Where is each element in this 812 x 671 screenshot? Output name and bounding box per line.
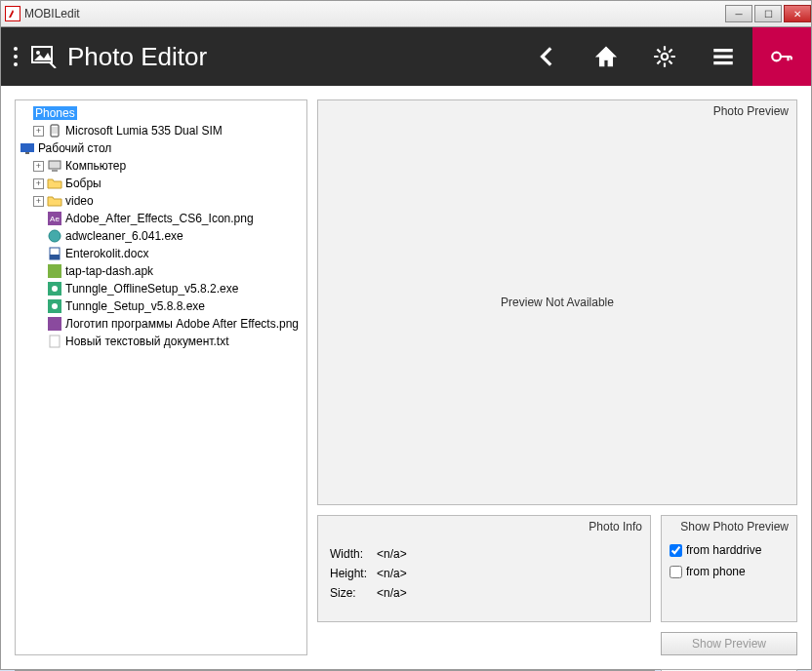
tree-root-desktop[interactable]: Рабочий стол xyxy=(20,139,303,157)
back-button[interactable] xyxy=(518,27,577,86)
tree-item[interactable]: + Компьютер xyxy=(20,157,303,175)
menu-button[interactable] xyxy=(694,27,752,86)
svg-rect-14 xyxy=(50,255,60,259)
show-preview-button[interactable]: Show Preview xyxy=(661,632,797,655)
key-button[interactable] xyxy=(752,27,811,86)
apk-icon xyxy=(47,263,62,279)
folder-icon xyxy=(47,176,62,191)
height-label: Height: xyxy=(330,565,375,582)
svg-rect-5 xyxy=(52,127,58,134)
svg-point-3 xyxy=(772,53,781,61)
title-bar: MOBILedit ─ ☐ ✕ xyxy=(0,0,812,27)
size-label: Size: xyxy=(330,584,375,602)
app-icon xyxy=(5,6,20,21)
photo-info-panel: Photo Info Width:<n/a> Height:<n/a> Size… xyxy=(317,515,651,622)
tree-item[interactable]: + Бобры xyxy=(20,175,303,192)
photo-preview-panel: Photo Preview Preview Not Available xyxy=(317,99,797,505)
preview-title: Photo Preview xyxy=(713,104,789,118)
svg-rect-8 xyxy=(49,161,61,169)
from-phone-checkbox[interactable]: from phone xyxy=(670,565,789,578)
svg-rect-15 xyxy=(48,264,61,278)
svg-point-12 xyxy=(49,230,61,242)
tree-item[interactable]: + Microsoft Lumia 535 Dual SIM xyxy=(20,122,303,139)
exe-icon xyxy=(47,228,62,244)
phone-icon xyxy=(47,123,62,138)
image-icon: Ae xyxy=(47,211,62,226)
svg-rect-6 xyxy=(20,143,34,152)
expand-icon[interactable]: + xyxy=(33,161,44,172)
height-value: <n/a> xyxy=(377,565,415,582)
svg-point-17 xyxy=(52,286,58,292)
tree-item[interactable]: + video xyxy=(20,192,303,210)
tree-item[interactable]: Enterokolit.docx xyxy=(20,245,303,262)
show-preview-title: Show Photo Preview xyxy=(680,520,789,533)
exe-icon xyxy=(47,298,62,314)
svg-point-2 xyxy=(662,54,669,60)
menu-dots-icon[interactable] xyxy=(1,47,30,66)
computer-icon xyxy=(47,158,62,174)
width-label: Width: xyxy=(330,545,375,563)
tree-item[interactable]: tap-tap-dash.apk xyxy=(20,262,303,280)
tree-item[interactable]: Tunngle_Setup_v5.8.8.exe xyxy=(20,297,303,315)
page-title: Photo Editor xyxy=(67,42,207,72)
settings-button[interactable] xyxy=(635,27,694,86)
maximize-button[interactable]: ☐ xyxy=(754,5,782,22)
show-preview-panel: Show Photo Preview from harddrive from p… xyxy=(661,515,797,622)
width-value: <n/a> xyxy=(377,545,415,563)
expand-icon[interactable]: + xyxy=(33,196,44,207)
svg-rect-21 xyxy=(50,336,60,347)
tree-item[interactable]: Логотип программы Adobe After Effects.pn… xyxy=(20,315,303,333)
tree-item[interactable]: Новый текстовый документ.txt xyxy=(20,333,303,350)
svg-rect-9 xyxy=(52,170,58,172)
info-title: Photo Info xyxy=(589,520,642,533)
minimize-button[interactable]: ─ xyxy=(725,5,752,22)
close-button[interactable]: ✕ xyxy=(784,5,811,22)
size-value: <n/a> xyxy=(377,584,415,602)
svg-text:Ae: Ae xyxy=(50,215,60,223)
preview-message: Preview Not Available xyxy=(501,296,614,309)
svg-point-19 xyxy=(52,303,58,309)
desktop-icon xyxy=(20,140,35,156)
window-title: MOBILedit xyxy=(24,7,80,20)
app-header: Photo Editor xyxy=(1,27,811,86)
txt-icon xyxy=(47,334,62,349)
exe-icon xyxy=(47,281,62,296)
svg-rect-7 xyxy=(25,152,29,154)
docx-icon xyxy=(47,246,62,261)
from-harddrive-checkbox[interactable]: from harddrive xyxy=(670,543,789,557)
tree-item[interactable]: adwcleaner_6.041.exe xyxy=(20,227,303,245)
svg-point-1 xyxy=(36,51,40,55)
photo-editor-icon xyxy=(30,45,58,68)
expand-icon[interactable]: + xyxy=(33,178,44,189)
tree-item[interactable]: AeAdobe_After_Effects_CS6_Icon.png xyxy=(20,210,303,227)
home-button[interactable] xyxy=(577,27,635,86)
image-icon xyxy=(47,316,62,332)
expand-icon[interactable]: + xyxy=(33,126,44,137)
tree-item[interactable]: Tunngle_OfflineSetup_v5.8.2.exe xyxy=(20,280,303,297)
file-tree[interactable]: Phones + Microsoft Lumia 535 Dual SIM Ра… xyxy=(15,99,307,655)
folder-icon xyxy=(47,193,62,209)
tree-root-phones[interactable]: Phones xyxy=(20,104,303,122)
svg-rect-20 xyxy=(48,317,61,331)
